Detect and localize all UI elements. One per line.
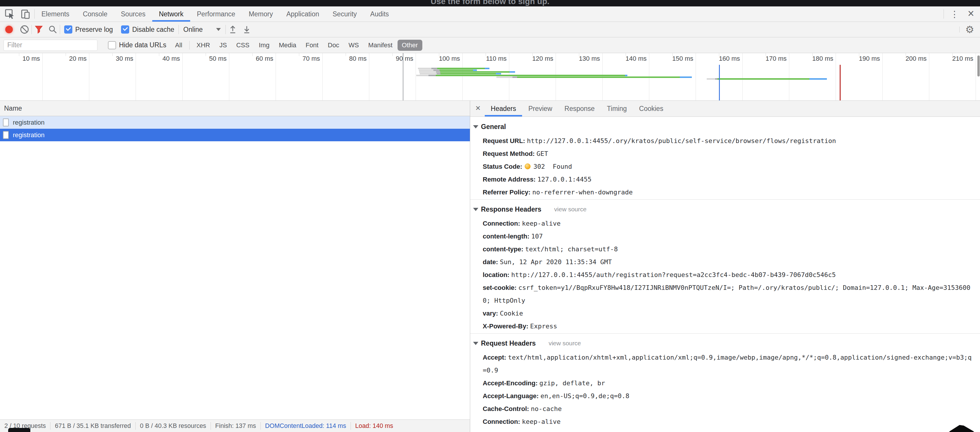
disable-cache-checkbox-box[interactable] (121, 26, 129, 33)
preserve-log-checkbox[interactable]: Preserve log (64, 26, 113, 33)
filter-type-all[interactable]: All (171, 40, 186, 51)
filter-type-css[interactable]: CSS (232, 40, 254, 51)
filter-type-js[interactable]: JS (215, 40, 231, 51)
filter-type-img[interactable]: Img (255, 40, 274, 51)
header-row: Referrer Policy: no-referrer-when-downgr… (470, 186, 980, 199)
filter-type-ws[interactable]: WS (344, 40, 363, 51)
detail-tab-cookies[interactable]: Cookies (633, 101, 670, 116)
header-row: Accept-Language: en,en-US;q=0.9,de;q=0.8 (470, 390, 980, 403)
ruler-tick-label: 200 ms (883, 55, 927, 62)
close-details-icon[interactable]: × (470, 101, 485, 116)
tab-application[interactable]: Application (280, 6, 326, 22)
hide-data-urls-checkbox-box[interactable] (108, 41, 116, 49)
export-har-icon[interactable] (241, 24, 253, 35)
active-tab-underline (152, 20, 190, 22)
ruler-tick-label: 30 ms (89, 55, 133, 62)
event-line-load (840, 65, 841, 100)
toolbar-right: ⚙ (959, 24, 980, 35)
header-key: Accept-Encoding: (483, 379, 539, 387)
view-source-link[interactable]: view source (554, 205, 587, 214)
summary-item: 0 B / 40.3 KB resources (135, 422, 211, 430)
summary-item: Finish: 137 ms (211, 422, 261, 430)
overview-scrollbar-thumb[interactable] (977, 56, 980, 77)
filter-type-media[interactable]: Media (274, 40, 301, 51)
header-key: content-length: (483, 233, 531, 240)
header-value: 302 Found (533, 163, 572, 170)
import-har-icon[interactable] (227, 24, 239, 35)
filter-type-manifest[interactable]: Manifest (364, 40, 397, 51)
ruler-tick-label: 100 ms (416, 55, 460, 62)
tabbar-right: ⋮ × (943, 6, 980, 22)
event-line-domcontentloaded (719, 65, 720, 100)
search-icon[interactable] (47, 24, 59, 35)
network-overview[interactable]: 10 ms20 ms30 ms40 ms50 ms60 ms70 ms80 ms… (0, 53, 980, 101)
waterfall-bar-segment-download (810, 78, 827, 80)
ruler-tick-label: 150 ms (649, 55, 693, 62)
tab-audits[interactable]: Audits (363, 6, 396, 22)
ruler-gridline (182, 53, 183, 100)
toolbar-divider-3 (178, 25, 179, 34)
request-row[interactable]: registration (0, 129, 470, 141)
filter-funnel-icon[interactable] (33, 24, 45, 35)
filter-type-other[interactable]: Other (398, 40, 422, 51)
ruler-gridline (835, 53, 836, 100)
detail-tab-preview[interactable]: Preview (522, 101, 558, 116)
filter-type-doc[interactable]: Doc (323, 40, 344, 51)
close-devtools-icon[interactable]: × (966, 6, 980, 22)
more-options-icon[interactable]: ⋮ (944, 6, 966, 22)
header-value: GET (537, 150, 548, 157)
device-toolbar-icon[interactable] (20, 8, 32, 20)
waterfall-bar-segment-stalled (416, 75, 428, 76)
tab-performance[interactable]: Performance (190, 6, 242, 22)
page-banner-text: Use the form below to sign up. (431, 0, 549, 6)
disable-cache-checkbox[interactable]: Disable cache (121, 26, 174, 33)
hide-data-urls-checkbox[interactable]: Hide data URLs (108, 41, 166, 49)
inspect-element-icon[interactable] (4, 8, 16, 20)
tab-label: Memory (249, 10, 273, 18)
header-value: Sun, 12 Apr 2020 11:35:34 GMT (500, 258, 612, 266)
ruler-gridline (275, 53, 276, 100)
filter-input[interactable] (3, 40, 97, 51)
waterfall-bar-segment-stalled (420, 73, 437, 75)
filter-type-font[interactable]: Font (301, 40, 323, 51)
waterfall-bar-segment-download (509, 71, 515, 73)
header-row: location: http://127.0.0.1:4455/auth/reg… (470, 269, 980, 281)
ruler-tick-label: 70 ms (276, 55, 320, 62)
request-name: registration (13, 131, 45, 139)
disclosure-triangle-icon[interactable] (473, 342, 478, 345)
tab-memory[interactable]: Memory (242, 6, 280, 22)
clear-network-log-icon[interactable] (19, 24, 30, 35)
tab-elements[interactable]: Elements (35, 6, 76, 22)
header-row: Request URL: http://127.0.0.1:4455/.ory/… (470, 135, 980, 147)
column-header-name[interactable]: Name (0, 101, 470, 116)
preserve-log-checkbox-box[interactable] (64, 26, 72, 33)
detail-tab-headers[interactable]: Headers (485, 101, 522, 116)
detail-tab-response[interactable]: Response (558, 101, 601, 116)
request-row[interactable]: registration (0, 116, 470, 129)
ruler-tick-label: 50 ms (183, 55, 227, 62)
record-network-log-button[interactable] (5, 26, 13, 33)
throttling-dropdown[interactable]: Online (183, 26, 221, 33)
ruler-gridline (89, 53, 89, 100)
header-value: http://127.0.0.1:4455/.ory/kratos/public… (527, 137, 836, 145)
header-key: Host: (483, 431, 501, 432)
waterfall-bar-segment-waiting (439, 70, 473, 71)
tab-security[interactable]: Security (326, 6, 363, 22)
disclosure-triangle-icon[interactable] (473, 208, 478, 211)
disclosure-triangle-icon[interactable] (473, 125, 478, 128)
tab-label: Audits (370, 10, 389, 18)
tab-console[interactable]: Console (76, 6, 114, 22)
ruler-tick-label: 190 ms (836, 55, 880, 62)
ruler-gridline (322, 53, 323, 100)
ruler-tick-label: 80 ms (323, 55, 367, 62)
ruler-tick-label: 180 ms (789, 55, 833, 62)
view-source-link[interactable]: view source (549, 339, 581, 348)
header-row: set-cookie: csrf_token=y1//BqpRxuFY8Hw41… (470, 281, 980, 307)
header-value: no-cache (531, 405, 562, 413)
disable-cache-label: Disable cache (132, 26, 174, 33)
detail-tab-timing[interactable]: Timing (601, 101, 633, 116)
tab-network[interactable]: Network (152, 6, 190, 22)
tab-sources[interactable]: Sources (114, 6, 152, 22)
filter-type-xhr[interactable]: XHR (192, 40, 215, 51)
settings-gear-icon[interactable]: ⚙ (959, 24, 980, 35)
